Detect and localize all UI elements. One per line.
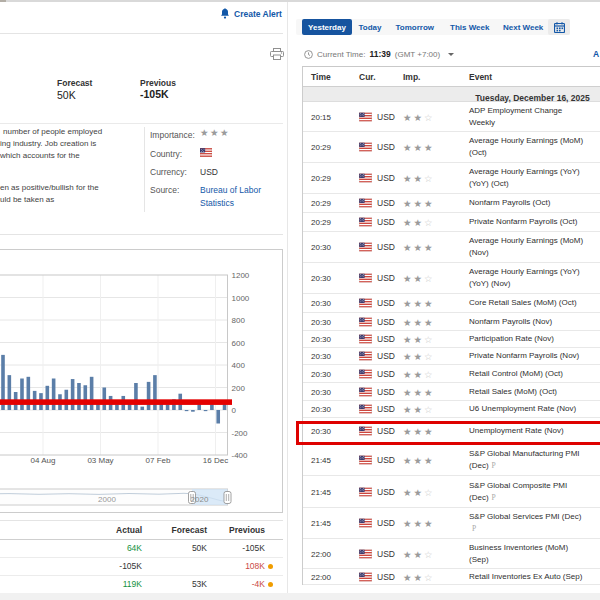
previous-value: 108K xyxy=(203,561,265,571)
event-name[interactable]: Average Hourly Earnings (YoY)(YoY) (Nov) xyxy=(469,266,580,291)
event-row[interactable]: 20:30USD★★★Nonfarm Payrolls (Nov) xyxy=(303,313,600,331)
event-row[interactable]: 20:29USD★★★Nonfarm Payrolls (Oct) xyxy=(303,194,600,213)
event-row[interactable]: 20:30USD★★★Average Hourly Earnings (MoM)… xyxy=(303,232,600,263)
tab-next-week[interactable]: Next Week xyxy=(503,19,543,35)
event-currency: USD xyxy=(377,549,395,559)
us-flag-icon xyxy=(359,519,372,528)
star-filled-icon: ★ xyxy=(424,142,435,153)
event-currency: USD xyxy=(377,404,395,414)
time-column-header: Time xyxy=(311,72,331,82)
event-name[interactable]: Retail Sales (MoM) (Oct) xyxy=(469,385,557,397)
star-filled-icon: ★ xyxy=(414,368,425,379)
star-empty-icon: ☆ xyxy=(424,273,435,284)
event-currency: USD xyxy=(377,455,395,465)
create-alert-button[interactable]: Create Alert xyxy=(221,6,282,21)
us-flag-icon xyxy=(359,405,372,414)
tab-today[interactable]: Today xyxy=(359,19,382,35)
event-currency: USD xyxy=(377,198,395,208)
event-row-highlighted[interactable]: 20:30USD★★★Unemployment Rate (Nov) xyxy=(303,418,600,445)
release-history-row[interactable]: 119K53K-4K xyxy=(0,576,283,594)
star-filled-icon: ★ xyxy=(403,368,414,379)
us-flag-icon xyxy=(359,335,372,344)
release-history-row[interactable]: -105K108K xyxy=(0,558,283,576)
event-row[interactable]: 20:30USD★★☆Private Nonfarm Payrolls (Nov… xyxy=(303,348,600,365)
event-row[interactable]: 20:30USD★★☆U6 Unemployment Rate (Nov) xyxy=(303,401,600,418)
importance-stars: ★★☆ xyxy=(403,217,435,228)
event-row[interactable]: 20:29USD★★☆Average Hourly Earnings (YoY)… xyxy=(303,163,600,194)
star-empty-icon: ☆ xyxy=(424,404,435,415)
divider xyxy=(0,234,283,235)
event-row[interactable]: 20:30USD★★☆Average Hourly Earnings (YoY)… xyxy=(303,263,600,294)
chevron-down-icon[interactable] xyxy=(448,53,454,56)
history-bar-chart[interactable]: 120010008006004002000-200-40004 Aug03 Ma… xyxy=(0,249,283,513)
event-name[interactable]: U6 Unemployment Rate (Nov) xyxy=(469,403,576,415)
event-name[interactable]: Retail Inventories Ex Auto (Sep) xyxy=(469,570,582,582)
event-name[interactable]: Private Nonfarm Payrolls (Nov) xyxy=(469,350,579,362)
event-name[interactable]: Nonfarm Payrolls (Oct) xyxy=(469,197,550,209)
forecast-value: 50K xyxy=(145,543,207,553)
event-name[interactable]: Private Nonfarm Payrolls (Oct) xyxy=(469,216,577,228)
star-filled-icon: ★ xyxy=(403,316,414,327)
event-row[interactable]: 20:30USD★★★Core Retail Sales (MoM) (Oct) xyxy=(303,294,600,313)
event-name[interactable]: Nonfarm Payrolls (Nov) xyxy=(469,315,552,327)
event-row[interactable]: 20:30USD★★☆Retail Control (MoM) (Oct) xyxy=(303,365,600,383)
us-flag-icon xyxy=(359,369,372,378)
event-name[interactable]: Participation Rate (Nov) xyxy=(469,333,554,345)
event-time: 22:00 xyxy=(311,572,331,581)
star-empty-icon: ☆ xyxy=(424,571,435,582)
event-name[interactable]: Business Inventories (MoM)(Sep) xyxy=(469,541,568,566)
importance-stars: ★★☆ xyxy=(403,368,435,379)
previous-label: Previous xyxy=(140,78,176,88)
imp-column-header: Imp. xyxy=(403,72,420,82)
event-row[interactable]: 20:15USD★★☆ADP Employment ChangeWeekly xyxy=(303,102,600,132)
importance-label: Importance: xyxy=(150,130,195,140)
event-row[interactable]: 20:29USD★★★Average Hourly Earnings (MoM)… xyxy=(303,132,600,163)
event-name-line: (YoY) (Oct) xyxy=(469,178,580,190)
previous-value: -105K xyxy=(140,88,169,100)
event-name[interactable]: Retail Control (MoM) (Oct) xyxy=(469,367,563,379)
source-link[interactable]: Bureau of LaborStatistics xyxy=(200,184,261,209)
event-row[interactable]: 20:30USD★★☆Participation Rate (Nov) xyxy=(303,331,600,348)
bell-icon xyxy=(221,5,229,23)
us-flag-icon xyxy=(359,456,372,465)
event-row[interactable]: 20:30USD★★★Retail Sales (MoM) (Oct) xyxy=(303,383,600,401)
event-name-line: P xyxy=(469,523,581,535)
tab-yesterday[interactable]: Yesterday xyxy=(302,19,352,35)
event-row[interactable]: 22:00USD★★☆Business Inventories (MoM)(Se… xyxy=(303,539,600,569)
event-name-line: Average Hourly Earnings (MoM) xyxy=(469,135,583,147)
event-row[interactable]: 21:45USD★★☆S&P Global Composite PMI(Dec)… xyxy=(303,476,600,508)
event-name-line: Retail Control (MoM) (Oct) xyxy=(469,367,563,379)
event-name-line: S&P Global Composite PMI xyxy=(469,479,567,491)
event-name[interactable]: ADP Employment ChangeWeekly xyxy=(469,104,562,129)
event-name-line: Weekly xyxy=(469,117,562,129)
description-line: which accounts for the xyxy=(0,150,102,162)
calendar-icon xyxy=(554,22,565,33)
importance-stars: ★★☆ xyxy=(403,111,435,122)
star-filled-icon: ★ xyxy=(424,426,435,437)
star-filled-icon: ★ xyxy=(220,127,230,138)
event-name[interactable]: Average Hourly Earnings (MoM)(Nov) xyxy=(469,235,583,260)
importance-stars: ★★★ xyxy=(403,386,435,397)
importance-stars: ★★★ xyxy=(403,455,435,466)
event-name[interactable]: Unemployment Rate (Nov) xyxy=(469,425,564,437)
event-name[interactable]: S&P Global Services PMI (Dec)P xyxy=(469,511,581,536)
tab-this-week[interactable]: This Week xyxy=(450,19,489,35)
event-row[interactable]: 21:45USD★★★S&P Global Services PMI (Dec)… xyxy=(303,508,600,539)
printer-icon[interactable] xyxy=(270,46,284,64)
event-name[interactable]: Average Hourly Earnings (MoM)(Oct) xyxy=(469,135,583,160)
event-row[interactable]: 21:45USD★★★S&P Global Manufacturing PMI(… xyxy=(303,445,600,476)
event-row[interactable]: 22:00USD★★☆Retail Inventories Ex Auto (S… xyxy=(303,569,600,585)
event-name[interactable]: Average Hourly Earnings (YoY)(YoY) (Oct) xyxy=(469,166,580,191)
calendar-picker-button[interactable] xyxy=(548,19,570,35)
release-history-row[interactable]: 64K50K-105K xyxy=(0,540,283,558)
event-name-line: ADP Employment Change xyxy=(469,104,562,116)
event-row[interactable]: 20:29USD★★☆Private Nonfarm Payrolls (Oct… xyxy=(303,213,600,232)
us-flag-icon xyxy=(359,549,372,558)
event-name[interactable]: Core Retail Sales (MoM) (Oct) xyxy=(469,297,577,309)
event-name[interactable]: S&P Global Composite PMI(Dec)P xyxy=(469,479,567,504)
star-filled-icon: ★ xyxy=(414,404,425,415)
star-filled-icon: ★ xyxy=(414,173,425,184)
divider xyxy=(0,33,283,34)
tab-tomorrow[interactable]: Tomorrow xyxy=(396,19,435,35)
event-name[interactable]: S&P Global Manufacturing PMI(Dec)P xyxy=(469,448,580,473)
